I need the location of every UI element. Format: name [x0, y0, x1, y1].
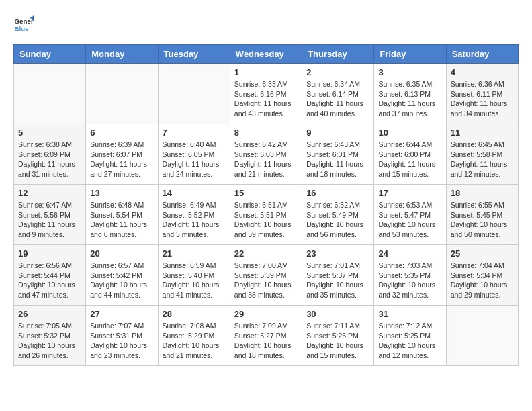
day-info: Sunrise: 6:39 AM Sunset: 6:07 PM Dayligh…	[90, 140, 153, 179]
day-info: Sunrise: 6:45 AM Sunset: 5:58 PM Dayligh…	[451, 140, 514, 179]
calendar-day-25: 25Sunrise: 7:04 AM Sunset: 5:34 PM Dayli…	[446, 245, 518, 306]
day-info: Sunrise: 6:38 AM Sunset: 6:09 PM Dayligh…	[18, 140, 81, 179]
day-number: 24	[378, 248, 441, 259]
calendar-day-17: 17Sunrise: 6:53 AM Sunset: 5:47 PM Dayli…	[374, 185, 446, 245]
calendar-empty-cell	[86, 64, 158, 124]
day-number: 13	[90, 188, 153, 198]
calendar-day-30: 30Sunrise: 7:11 AM Sunset: 5:26 PM Dayli…	[302, 306, 374, 366]
calendar-day-21: 21Sunrise: 6:59 AM Sunset: 5:40 PM Dayli…	[158, 245, 230, 306]
day-number: 29	[234, 309, 298, 319]
day-number: 21	[163, 248, 226, 259]
calendar-day-10: 10Sunrise: 6:44 AM Sunset: 6:00 PM Dayli…	[374, 124, 446, 185]
calendar-day-1: 1Sunrise: 6:33 AM Sunset: 6:16 PM Daylig…	[230, 64, 302, 124]
calendar-day-6: 6Sunrise: 6:39 AM Sunset: 6:07 PM Daylig…	[86, 124, 158, 185]
day-info: Sunrise: 6:47 AM Sunset: 5:56 PM Dayligh…	[18, 200, 81, 240]
day-number: 26	[18, 309, 81, 319]
day-info: Sunrise: 7:11 AM Sunset: 5:26 PM Dayligh…	[306, 321, 369, 361]
calendar-day-14: 14Sunrise: 6:49 AM Sunset: 5:52 PM Dayli…	[158, 185, 230, 245]
day-number: 16	[306, 188, 369, 198]
day-number: 11	[451, 128, 514, 138]
day-info: Sunrise: 6:56 AM Sunset: 5:44 PM Dayligh…	[18, 261, 81, 300]
day-number: 14	[163, 188, 226, 198]
calendar-day-28: 28Sunrise: 7:08 AM Sunset: 5:29 PM Dayli…	[158, 306, 230, 366]
calendar-day-3: 3Sunrise: 6:35 AM Sunset: 6:13 PM Daylig…	[374, 64, 446, 124]
day-info: Sunrise: 6:40 AM Sunset: 6:05 PM Dayligh…	[163, 140, 226, 179]
day-number: 7	[163, 128, 226, 138]
day-info: Sunrise: 7:09 AM Sunset: 5:27 PM Dayligh…	[234, 321, 298, 361]
day-info: Sunrise: 7:07 AM Sunset: 5:31 PM Dayligh…	[90, 321, 153, 361]
day-number: 5	[18, 128, 81, 138]
day-info: Sunrise: 7:12 AM Sunset: 5:25 PM Dayligh…	[378, 321, 441, 361]
day-number: 17	[378, 188, 441, 198]
day-info: Sunrise: 7:08 AM Sunset: 5:29 PM Dayligh…	[163, 321, 226, 361]
day-number: 12	[18, 188, 81, 198]
calendar-week-row: 26Sunrise: 7:05 AM Sunset: 5:32 PM Dayli…	[14, 306, 519, 366]
calendar-week-row: 1Sunrise: 6:33 AM Sunset: 6:16 PM Daylig…	[14, 64, 519, 124]
calendar-week-row: 12Sunrise: 6:47 AM Sunset: 5:56 PM Dayli…	[14, 185, 519, 245]
calendar-table: SundayMondayTuesdayWednesdayThursdayFrid…	[13, 44, 519, 366]
svg-text:Blue: Blue	[15, 25, 30, 32]
day-info: Sunrise: 6:52 AM Sunset: 5:49 PM Dayligh…	[306, 200, 369, 240]
day-number: 19	[18, 248, 81, 259]
day-info: Sunrise: 6:44 AM Sunset: 6:00 PM Dayligh…	[378, 140, 441, 179]
calendar-day-16: 16Sunrise: 6:52 AM Sunset: 5:49 PM Dayli…	[302, 185, 374, 245]
day-info: Sunrise: 6:34 AM Sunset: 6:14 PM Dayligh…	[306, 79, 369, 119]
calendar-empty-cell	[446, 306, 518, 366]
day-info: Sunrise: 6:59 AM Sunset: 5:40 PM Dayligh…	[163, 261, 226, 300]
calendar-day-2: 2Sunrise: 6:34 AM Sunset: 6:14 PM Daylig…	[302, 64, 374, 124]
day-number: 1	[234, 67, 298, 77]
day-number: 23	[306, 248, 369, 259]
weekday-header-wednesday: Wednesday	[230, 45, 302, 64]
day-number: 2	[306, 67, 369, 77]
calendar-day-11: 11Sunrise: 6:45 AM Sunset: 5:58 PM Dayli…	[446, 124, 518, 185]
day-number: 30	[306, 309, 369, 319]
day-number: 9	[306, 128, 369, 138]
weekday-header-friday: Friday	[374, 45, 446, 64]
calendar-day-27: 27Sunrise: 7:07 AM Sunset: 5:31 PM Dayli…	[86, 306, 158, 366]
day-number: 22	[234, 248, 298, 259]
calendar-day-5: 5Sunrise: 6:38 AM Sunset: 6:09 PM Daylig…	[14, 124, 86, 185]
calendar-day-4: 4Sunrise: 6:36 AM Sunset: 6:11 PM Daylig…	[446, 64, 518, 124]
day-info: Sunrise: 6:55 AM Sunset: 5:45 PM Dayligh…	[451, 200, 514, 240]
calendar-day-26: 26Sunrise: 7:05 AM Sunset: 5:32 PM Dayli…	[14, 306, 86, 366]
day-info: Sunrise: 6:42 AM Sunset: 6:03 PM Dayligh…	[234, 140, 298, 179]
day-number: 8	[234, 128, 298, 138]
weekday-header-thursday: Thursday	[302, 45, 374, 64]
day-info: Sunrise: 6:57 AM Sunset: 5:42 PM Dayligh…	[90, 261, 153, 300]
day-info: Sunrise: 6:49 AM Sunset: 5:52 PM Dayligh…	[163, 200, 226, 240]
day-number: 28	[163, 309, 226, 319]
day-number: 25	[451, 248, 514, 259]
day-info: Sunrise: 7:03 AM Sunset: 5:35 PM Dayligh…	[378, 261, 441, 300]
day-info: Sunrise: 6:35 AM Sunset: 6:13 PM Dayligh…	[378, 79, 441, 119]
weekday-header-tuesday: Tuesday	[158, 45, 230, 64]
day-info: Sunrise: 6:53 AM Sunset: 5:47 PM Dayligh…	[378, 200, 441, 240]
weekday-header-monday: Monday	[86, 45, 158, 64]
calendar-empty-cell	[158, 64, 230, 124]
calendar-day-15: 15Sunrise: 6:51 AM Sunset: 5:51 PM Dayli…	[230, 185, 302, 245]
calendar-day-9: 9Sunrise: 6:43 AM Sunset: 6:01 PM Daylig…	[302, 124, 374, 185]
calendar-day-24: 24Sunrise: 7:03 AM Sunset: 5:35 PM Dayli…	[374, 245, 446, 306]
calendar-day-20: 20Sunrise: 6:57 AM Sunset: 5:42 PM Dayli…	[86, 245, 158, 306]
day-number: 27	[90, 309, 153, 319]
logo: General Blue	[13, 13, 38, 34]
page-header: General Blue	[13, 13, 519, 34]
calendar-day-19: 19Sunrise: 6:56 AM Sunset: 5:44 PM Dayli…	[14, 245, 86, 306]
day-info: Sunrise: 7:04 AM Sunset: 5:34 PM Dayligh…	[451, 261, 514, 300]
calendar-day-8: 8Sunrise: 6:42 AM Sunset: 6:03 PM Daylig…	[230, 124, 302, 185]
calendar-week-row: 5Sunrise: 6:38 AM Sunset: 6:09 PM Daylig…	[14, 124, 519, 185]
day-number: 15	[234, 188, 298, 198]
day-number: 31	[378, 309, 441, 319]
calendar-day-22: 22Sunrise: 7:00 AM Sunset: 5:39 PM Dayli…	[230, 245, 302, 306]
logo-icon: General Blue	[13, 13, 34, 34]
day-info: Sunrise: 6:36 AM Sunset: 6:11 PM Dayligh…	[451, 79, 514, 119]
day-number: 3	[378, 67, 441, 77]
calendar-day-23: 23Sunrise: 7:01 AM Sunset: 5:37 PM Dayli…	[302, 245, 374, 306]
day-number: 10	[378, 128, 441, 138]
weekday-header-saturday: Saturday	[446, 45, 518, 64]
day-info: Sunrise: 6:43 AM Sunset: 6:01 PM Dayligh…	[306, 140, 369, 179]
calendar-week-row: 19Sunrise: 6:56 AM Sunset: 5:44 PM Dayli…	[14, 245, 519, 306]
day-number: 6	[90, 128, 153, 138]
calendar-empty-cell	[14, 64, 86, 124]
calendar-day-18: 18Sunrise: 6:55 AM Sunset: 5:45 PM Dayli…	[446, 185, 518, 245]
weekday-header-sunday: Sunday	[14, 45, 86, 64]
